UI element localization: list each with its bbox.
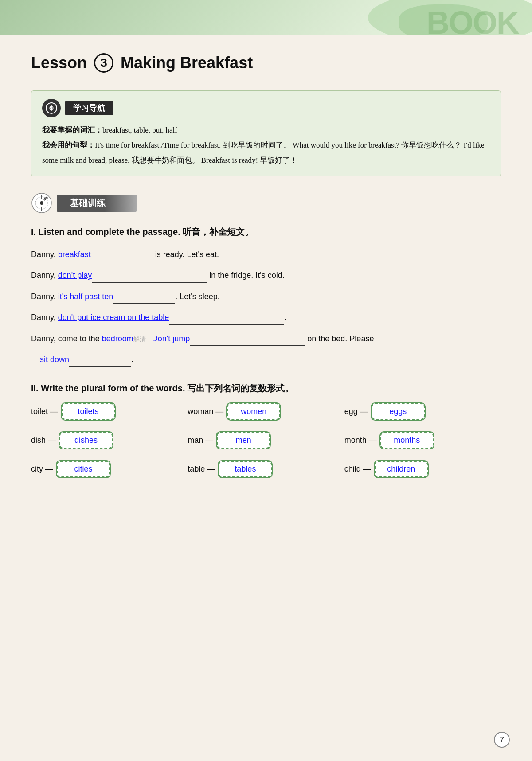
sentence-label: 我会用的句型： <box>42 141 95 149</box>
answer-tables: tables <box>219 461 272 477</box>
word-dish: dish — <box>31 436 56 445</box>
blank-6 <box>69 352 131 367</box>
fill-2: don't play <box>58 271 92 280</box>
word-woman: woman — <box>188 407 223 416</box>
answer-eggs: eggs <box>372 403 425 420</box>
section2-header-cn: 写出下列名词的复数形式。 <box>185 383 293 393</box>
blank-5 <box>190 331 305 346</box>
answer-children: children <box>375 461 428 477</box>
plural-row-3: city — cities table — tables child — chi… <box>31 461 501 477</box>
section1: I. Listen and complete the passage. 听音，补… <box>31 226 501 367</box>
passage-line-3: Danny, it's half past ten . Let's sleep. <box>31 289 501 304</box>
lesson-number: 3 <box>94 53 113 73</box>
train-icon <box>31 192 52 214</box>
learn-nav-header: S 学习导航 <box>42 99 490 117</box>
answer-toilets: toilets <box>62 403 115 420</box>
word-toilet: toilet — <box>31 407 58 416</box>
fill-4: don't put ice cream on the table <box>58 313 169 322</box>
word-child: child — <box>344 464 371 474</box>
banner-text: BOOK <box>426 4 519 35</box>
section1-header: I. Listen and complete the passage. 听音，补… <box>31 226 501 238</box>
svg-text:S: S <box>50 105 53 111</box>
word-man: man — <box>188 436 213 445</box>
passage-line-6: sit down . <box>31 352 501 367</box>
section1-header-en: I. Listen and complete the passage. <box>31 227 180 237</box>
section2-header: II. Write the plural form of the words. … <box>31 382 501 394</box>
plural-item-child: child — children <box>344 461 501 477</box>
answer-dishes: dishes <box>59 432 113 449</box>
section2: II. Write the plural form of the words. … <box>31 382 501 477</box>
plural-row-2: dish — dishes man — men month — months <box>31 432 501 449</box>
plural-item-man: man — men <box>188 432 344 449</box>
learn-nav-box: S 学习导航 我要掌握的词汇：breakfast, table, put, ha… <box>31 90 501 176</box>
answer-cities: cities <box>57 461 110 477</box>
fill-5b: Don't jump <box>152 334 190 343</box>
lesson-subtitle: Making Breakfast <box>121 54 253 72</box>
plural-item-egg: egg — eggs <box>344 403 501 420</box>
passage-line-1: Danny, breakfast is ready. Let's eat. <box>31 247 501 261</box>
learn-nav-body: 我要掌握的词汇：breakfast, table, put, half 我会用的… <box>42 123 490 168</box>
fill-6: sit down <box>40 355 69 364</box>
plural-row-1: toilet — toilets woman — women egg — egg… <box>31 403 501 420</box>
nav-title: 学习导航 <box>65 101 113 115</box>
word-egg: egg — <box>344 407 368 416</box>
passage-line-4: Danny, don't put ice cream on the table … <box>31 310 501 324</box>
section1-header-cn: 听音，补全短文。 <box>180 227 254 237</box>
plural-item-woman: woman — women <box>188 403 344 420</box>
passage-line-5: Danny, come to the bedroom解清，Don't jump … <box>31 331 501 346</box>
lesson-label: Lesson <box>31 54 87 72</box>
plural-item-toilet: toilet — toilets <box>31 403 188 420</box>
fill-5a: bedroom <box>102 334 133 343</box>
section2-header-en: II. Write the plural form of the words. <box>31 383 185 393</box>
plural-item-dish: dish — dishes <box>31 432 188 449</box>
plural-item-city: city — cities <box>31 461 188 477</box>
lesson-title: Lesson 3 Making Breakfast <box>31 53 501 73</box>
plural-item-month: month — months <box>344 432 501 449</box>
plural-item-table: table — tables <box>188 461 344 477</box>
fill-1: breakfast <box>58 250 91 259</box>
word-month: month — <box>344 436 377 445</box>
page-number: 7 <box>494 732 510 748</box>
answer-women: women <box>227 403 280 420</box>
vocab-text: breakfast, table, put, half <box>102 126 177 134</box>
answer-months: months <box>380 432 434 449</box>
passage-line-2: Danny, don't play in the fridge. It's co… <box>31 268 501 282</box>
train-title: 基础训练 <box>57 195 137 212</box>
fill-3: it's half past ten <box>58 292 113 301</box>
top-banner: BOOK <box>0 0 532 35</box>
svg-point-8 <box>40 201 43 205</box>
blank-3 <box>113 289 175 304</box>
basic-train-header: 基础训练 <box>31 192 501 214</box>
nav-icon: S <box>42 99 61 117</box>
word-table: table — <box>188 464 215 474</box>
answer-men: men <box>217 432 270 449</box>
word-city: city — <box>31 464 53 474</box>
vocab-label: 我要掌握的词汇： <box>42 126 102 134</box>
blank-2 <box>92 268 207 282</box>
sentence-text: It's time for breakfast./Time for breakf… <box>42 141 484 164</box>
blank-1 <box>91 247 153 261</box>
blank-4 <box>169 310 284 324</box>
